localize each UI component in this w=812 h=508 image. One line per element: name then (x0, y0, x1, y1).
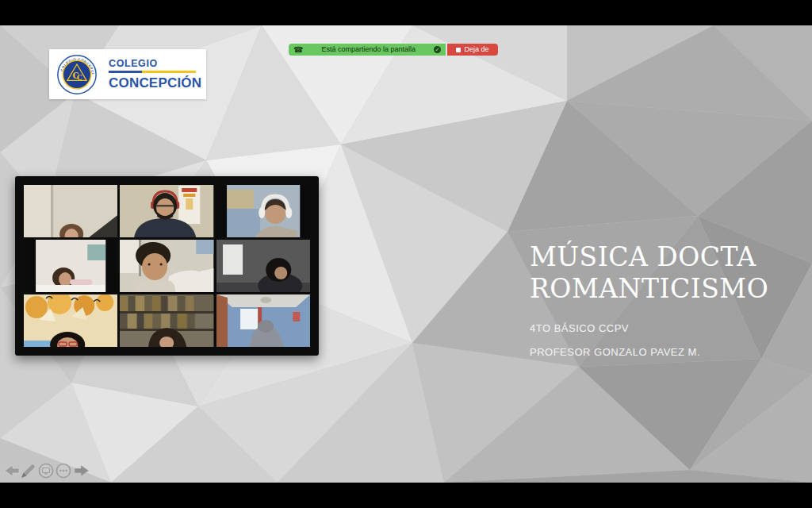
participant-video-3 (216, 185, 310, 237)
participant-tile-9[interactable] (216, 294, 310, 347)
participant-tile-7[interactable] (24, 294, 117, 347)
participant-tile-3[interactable] (216, 185, 310, 237)
stop-sharing-button[interactable]: Deja de (447, 44, 498, 56)
participant-tile-8[interactable] (120, 294, 213, 347)
participant-video-4 (24, 240, 117, 292)
svg-text:C: C (77, 73, 82, 81)
participant-video-6 (216, 240, 310, 292)
slideshow-controls (2, 462, 91, 479)
subtitle-teacher: PROFESOR GONZALO PAVEZ M. (530, 346, 799, 358)
sharing-status-pill: ☎ Está compartiendo la pantalla ✓ (289, 44, 446, 56)
title-line-1: MÚSICA DOCTA (530, 241, 756, 272)
checkmark-icon: ✓ (434, 46, 441, 53)
video-call-panel (15, 176, 319, 356)
participant-tile-4[interactable] (24, 240, 117, 292)
phone-icon: ☎ (293, 44, 303, 56)
annotation-tools-icon[interactable] (40, 464, 53, 478)
school-logo: COLEGIO CONCEPCIÓN CONSTRUYENDO FUTURO C… (49, 49, 206, 99)
title-line-2: ROMANTICISMO (530, 273, 768, 304)
participant-video-9 (216, 294, 310, 347)
stop-icon (456, 48, 461, 52)
screen-share-banner: ☎ Está compartiendo la pantalla ✓ Deja d… (289, 44, 498, 56)
school-emblem-icon: COLEGIO CONCEPCIÓN CONSTRUYENDO FUTURO C… (56, 54, 98, 95)
participant-video-1 (24, 185, 117, 237)
stop-sharing-label: Deja de (464, 44, 488, 56)
slide-title: MÚSICA DOCTA ROMANTICISMO (530, 241, 799, 305)
participant-video-5 (120, 240, 213, 292)
logo-concepcion-text: CONCEPCIÓN (109, 75, 201, 91)
participant-tile-1[interactable] (24, 185, 117, 237)
participant-video-8 (120, 294, 213, 347)
participant-tile-6[interactable] (216, 240, 310, 292)
subtitle-course: 4TO BÁSICO CCPV (530, 322, 799, 334)
screen: COLEGIO CONCEPCIÓN CONSTRUYENDO FUTURO C… (0, 0, 812, 508)
next-slide-icon[interactable] (75, 465, 89, 476)
letterbox-top (0, 0, 812, 25)
logo-divider (109, 71, 196, 73)
participant-tile-5[interactable] (120, 240, 213, 292)
sharing-status-text: Está compartiendo la pantalla (321, 44, 416, 56)
pen-icon[interactable] (21, 464, 36, 479)
slide-text-block: MÚSICA DOCTA ROMANTICISMO 4TO BÁSICO CCP… (530, 241, 799, 358)
logo-colegio-text: COLEGIO (109, 58, 201, 69)
participant-tile-teacher[interactable] (120, 185, 213, 237)
previous-slide-icon[interactable] (5, 465, 19, 476)
participant-video-7 (24, 294, 117, 347)
letterbox-bottom (0, 483, 812, 508)
more-options-icon[interactable] (57, 464, 71, 478)
participant-video-teacher (120, 185, 213, 237)
